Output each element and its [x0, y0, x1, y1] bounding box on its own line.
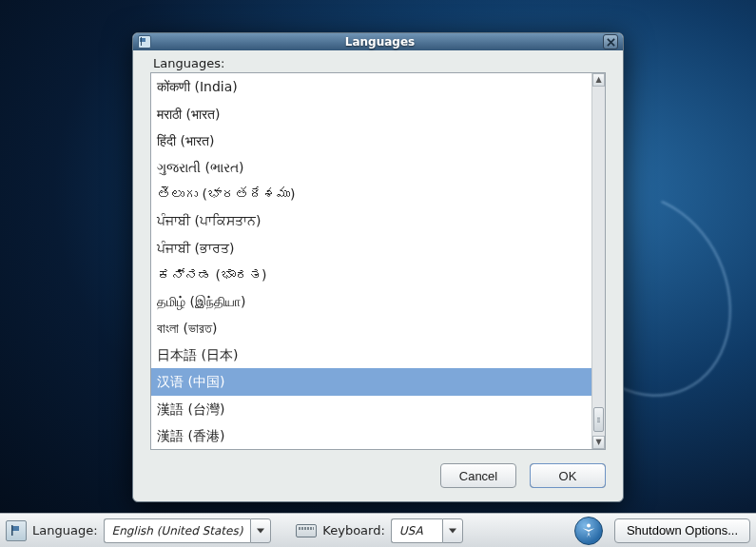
svg-rect-1: [141, 37, 142, 46]
list-item[interactable]: ਪੰਜਾਬੀ (ਪਾਕਿਸਤਾਨ): [151, 207, 591, 234]
keyboard-value: USA: [391, 518, 442, 543]
svg-rect-0: [140, 38, 145, 42]
keyboard-icon: [296, 524, 317, 537]
flag-icon: [6, 520, 27, 541]
flag-icon: [138, 35, 151, 49]
languages-list-label: Languages:: [153, 56, 606, 70]
scroll-thumb[interactable]: [593, 407, 604, 432]
close-button[interactable]: [603, 34, 618, 49]
dialog-title: Languages: [157, 35, 603, 49]
languages-dialog: Languages Languages: कोंकणी (India)मराठी…: [132, 32, 624, 502]
chevron-down-icon[interactable]: [442, 518, 463, 543]
accessibility-button[interactable]: [574, 517, 603, 545]
cancel-button[interactable]: Cancel: [440, 463, 516, 488]
chevron-down-icon[interactable]: [250, 518, 271, 543]
list-item[interactable]: தமிழ் (இந்தியா): [151, 288, 591, 315]
language-value: English (United States): [104, 518, 251, 543]
language-select[interactable]: English (United States): [104, 518, 272, 543]
dialog-titlebar[interactable]: Languages: [133, 33, 623, 50]
list-item[interactable]: 日本語 (日本): [151, 342, 591, 368]
scrollbar[interactable]: ▲ ▼: [591, 73, 605, 449]
languages-list[interactable]: कोंकणी (India)मराठी (भारत)हिंदी (भारत)ગુ…: [151, 73, 591, 449]
list-item[interactable]: ಕನ್ನಡ (ಭಾರತ): [151, 262, 591, 288]
languages-listbox: कोंकणी (India)मराठी (भारत)हिंदी (भारत)ગુ…: [150, 72, 606, 450]
scroll-up-button[interactable]: ▲: [592, 73, 605, 87]
scroll-down-button[interactable]: ▼: [592, 436, 605, 449]
list-item[interactable]: ગુજરાતી (ભારત): [151, 154, 591, 181]
list-item[interactable]: 漢語 (香港): [151, 422, 591, 449]
list-item[interactable]: मराठी (भारत): [151, 101, 591, 127]
svg-point-4: [587, 523, 591, 527]
list-item[interactable]: ਪੰਜਾਬੀ (ਭਾਰਤ): [151, 235, 591, 262]
bottom-panel: Language: English (United States) Keyboa…: [0, 513, 756, 547]
accessibility-icon: [580, 522, 597, 539]
list-item[interactable]: 漢語 (台灣): [151, 396, 591, 422]
list-item[interactable]: বাংলা (ভারত): [151, 315, 591, 342]
keyboard-select[interactable]: USA: [391, 518, 463, 543]
list-item[interactable]: कोंकणी (India): [151, 73, 591, 100]
list-item[interactable]: 汉语 (中国): [151, 368, 591, 395]
close-icon: [607, 38, 615, 47]
shutdown-options-button[interactable]: Shutdown Options...: [614, 518, 750, 543]
list-item[interactable]: हिंदी (भारत): [151, 127, 591, 154]
svg-rect-3: [11, 525, 13, 536]
ok-button[interactable]: OK: [530, 463, 606, 488]
language-label: Language:: [32, 523, 98, 537]
keyboard-label: Keyboard:: [322, 523, 385, 537]
list-item[interactable]: తెలుగు (భారతదేశము): [151, 181, 591, 207]
